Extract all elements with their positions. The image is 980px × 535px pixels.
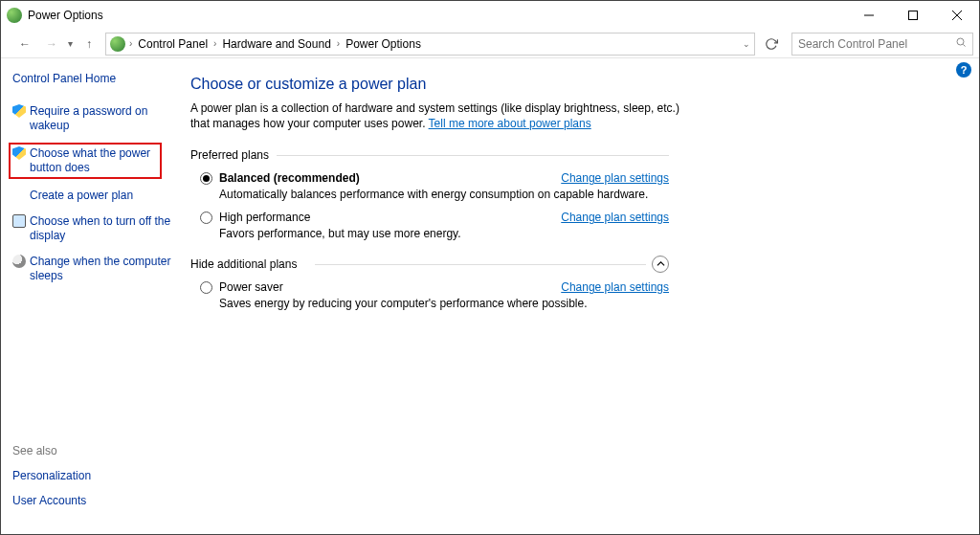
- radio-high-performance[interactable]: [200, 212, 212, 224]
- sidebar-bottom: See also Personalization User Accounts: [12, 444, 179, 534]
- radio-balanced[interactable]: [200, 172, 212, 185]
- control-panel-home-link[interactable]: Control Panel Home: [12, 72, 179, 85]
- search-input[interactable]: [798, 37, 955, 51]
- address-bar[interactable]: › Control Panel › Hardware and Sound › P…: [105, 33, 755, 56]
- power-options-icon: [7, 8, 22, 23]
- plan-name-saver[interactable]: Power saver: [219, 280, 283, 294]
- breadcrumb-power-options[interactable]: Power Options: [344, 37, 423, 51]
- address-icon: [110, 36, 125, 52]
- main-panel: Choose or customize a power plan A power…: [179, 58, 979, 534]
- help-button[interactable]: ?: [956, 62, 971, 78]
- sidebar-item-label: Choose when to turn off the display: [30, 214, 175, 243]
- chevron-right-icon[interactable]: ›: [129, 38, 132, 49]
- sidebar-item-require-password[interactable]: Require a password on wakeup: [12, 102, 179, 135]
- breadcrumb-control-panel[interactable]: Control Panel: [136, 37, 210, 51]
- back-button[interactable]: ←: [14, 33, 35, 55]
- change-plan-settings-balanced[interactable]: Change plan settings: [561, 171, 669, 185]
- svg-point-4: [957, 38, 964, 45]
- sidebar-item-create-plan[interactable]: Create a power plan: [12, 187, 179, 205]
- radio-power-saver[interactable]: [200, 281, 212, 294]
- sidebar-item-power-button[interactable]: Choose what the power button does: [9, 143, 162, 179]
- window-controls: [847, 1, 979, 30]
- see-also-link-label: Personalization: [12, 469, 91, 482]
- monitor-icon: [12, 214, 26, 228]
- sidebar-item-label: Choose what the power button does: [30, 146, 158, 175]
- preferred-plans-section: Preferred plans Balanced (recommended) C…: [190, 148, 669, 240]
- plan-high-performance: High performance Change plan settings Fa…: [200, 211, 669, 240]
- svg-rect-1: [909, 11, 918, 20]
- plan-desc-high: Favors performance, but may use more ene…: [219, 227, 669, 240]
- plan-power-saver: Power saver Change plan settings Saves e…: [200, 280, 669, 310]
- blank-icon: [12, 189, 26, 202]
- close-button[interactable]: [935, 1, 979, 30]
- sidebar-item-computer-sleeps[interactable]: Change when the computer sleeps: [12, 253, 179, 285]
- search-box[interactable]: [791, 33, 973, 56]
- see-also-link-label: User Accounts: [12, 494, 86, 507]
- plan-name-balanced[interactable]: Balanced (recommended): [219, 171, 360, 185]
- content-body: Control Panel Home Require a password on…: [1, 58, 979, 534]
- refresh-button[interactable]: [761, 33, 782, 55]
- plan-desc-saver: Saves energy by reducing your computer's…: [219, 297, 669, 310]
- plan-name-high[interactable]: High performance: [219, 211, 310, 224]
- search-icon[interactable]: [955, 36, 967, 51]
- breadcrumb-hardware-sound[interactable]: Hardware and Sound: [220, 37, 332, 51]
- plan-balanced: Balanced (recommended) Change plan setti…: [200, 171, 669, 201]
- page-heading: Choose or customize a power plan: [190, 76, 950, 93]
- navbar: ← → ▾ ↑ › Control Panel › Hardware and S…: [1, 30, 979, 58]
- sidebar-item-label: Create a power plan: [30, 189, 133, 203]
- change-plan-settings-saver[interactable]: Change plan settings: [561, 280, 669, 294]
- sidebar-item-turn-off-display[interactable]: Choose when to turn off the display: [12, 212, 179, 245]
- sidebar-item-label: Change when the computer sleeps: [30, 255, 175, 283]
- titlebar: Power Options: [1, 1, 979, 30]
- recent-dropdown-icon[interactable]: ▾: [68, 38, 73, 49]
- maximize-button[interactable]: [891, 1, 935, 30]
- tell-me-more-link[interactable]: Tell me more about power plans: [429, 117, 591, 130]
- minimize-button[interactable]: [847, 1, 891, 30]
- window-title: Power Options: [28, 9, 103, 22]
- up-button[interactable]: ↑: [78, 33, 100, 55]
- sidebar: Control Panel Home Require a password on…: [1, 58, 179, 534]
- additional-plans-section: Hide additional plans Power saver Change…: [190, 257, 669, 310]
- address-dropdown-icon[interactable]: ⌄: [743, 39, 750, 49]
- shield-icon: [12, 104, 26, 118]
- see-also-label: See also: [12, 444, 179, 457]
- preferred-plans-label: Preferred plans: [190, 148, 669, 162]
- sidebar-item-label: Require a password on wakeup: [30, 104, 175, 133]
- plan-desc-balanced: Automatically balances performance with …: [219, 188, 669, 201]
- hide-additional-plans-label[interactable]: Hide additional plans: [190, 257, 669, 271]
- change-plan-settings-high[interactable]: Change plan settings: [561, 211, 669, 224]
- shield-icon: [12, 146, 26, 160]
- see-also-personalization[interactable]: Personalization: [12, 467, 179, 484]
- page-description: A power plan is a collection of hardware…: [190, 100, 688, 131]
- see-also-user-accounts[interactable]: User Accounts: [12, 492, 179, 509]
- svg-line-5: [963, 44, 965, 46]
- moon-icon: [12, 255, 26, 268]
- chevron-right-icon[interactable]: ›: [213, 38, 216, 49]
- forward-button[interactable]: →: [41, 33, 62, 55]
- chevron-right-icon[interactable]: ›: [337, 38, 340, 49]
